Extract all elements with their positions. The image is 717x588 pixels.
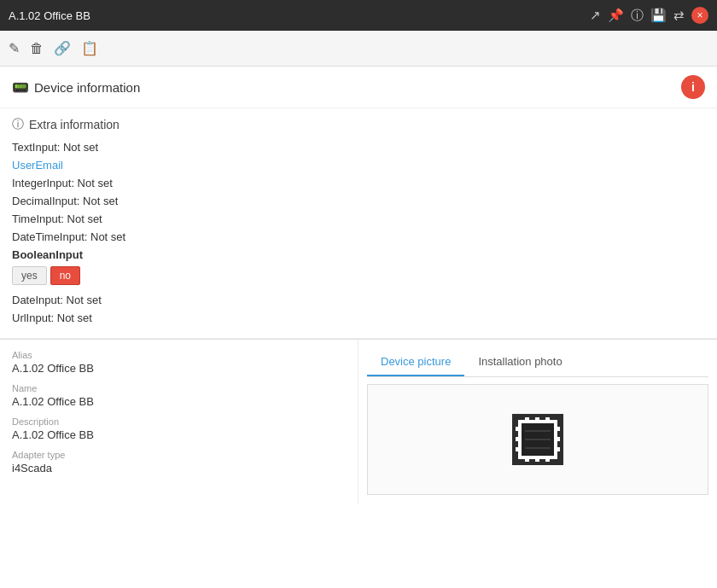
svg-rect-10 (516, 437, 522, 441)
close-button[interactable]: × (691, 7, 708, 24)
boolean-group: yes no (12, 266, 705, 285)
device-picture-area (367, 384, 708, 495)
extra-info-header: ⓘ Extra information (12, 117, 705, 132)
bottom-section: Alias A.1.02 Office BB Name A.1.02 Offic… (0, 339, 717, 504)
pin-icon[interactable]: 📌 (608, 8, 624, 23)
edit-icon[interactable]: ✎ (9, 40, 20, 56)
time-input-field: TimeInput: Not set (12, 212, 705, 225)
integer-input-field: IntegerInput: Not set (12, 177, 705, 189)
boolean-yes-button[interactable]: yes (12, 266, 47, 285)
delete-icon[interactable]: 🗑 (30, 41, 44, 56)
name-value: A.1.02 Office BB (12, 395, 346, 408)
date-input-field: DateInput: Not set (12, 294, 705, 306)
extra-info-icon: ⓘ (12, 117, 24, 132)
alias-label: Alias (12, 350, 346, 360)
svg-rect-11 (516, 447, 522, 451)
toolbar: ✎ 🗑 🔗 📋 (0, 31, 717, 67)
title-bar: A.1.02 Office BB ↗ 📌 ⓘ 💾 ⇄ × (0, 0, 717, 31)
svg-rect-12 (554, 427, 560, 431)
window-title: A.1.02 Office BB (9, 9, 90, 22)
section-header: 📟 Device information i (0, 67, 717, 108)
device-picture-panel: Device picture Installation photo (358, 340, 717, 504)
save-icon[interactable]: 💾 (650, 8, 667, 23)
user-email-field[interactable]: UserEmail (12, 159, 705, 172)
chip-icon (508, 410, 568, 469)
copy-icon[interactable]: 📋 (81, 40, 98, 56)
meta-info-panel: Alias A.1.02 Office BB Name A.1.02 Offic… (0, 340, 358, 504)
datetime-input-field: DateTimeInput: Not set (12, 230, 705, 243)
tab-device-picture[interactable]: Device picture (367, 348, 464, 376)
svg-rect-4 (535, 417, 539, 423)
extra-info-title: Extra information (29, 118, 120, 131)
text-input-field: TextInput: Not set (12, 141, 705, 154)
section-title: Device information (34, 80, 140, 95)
info-circle-icon[interactable]: ⓘ (631, 8, 644, 24)
link-icon[interactable]: 🔗 (54, 40, 71, 56)
svg-rect-14 (554, 447, 560, 451)
name-label: Name (12, 383, 346, 393)
info-badge-button[interactable]: i (681, 75, 705, 99)
svg-rect-5 (545, 417, 550, 423)
svg-rect-8 (545, 456, 550, 462)
sync-icon[interactable]: ⇄ (673, 8, 685, 23)
external-link-icon[interactable]: ↗ (590, 8, 601, 23)
title-bar-icons: ↗ 📌 ⓘ 💾 ⇄ × (590, 7, 708, 24)
boolean-input-label: BooleanInput (12, 248, 705, 261)
main-content: 📟 Device information i ⓘ Extra informati… (0, 67, 717, 588)
boolean-no-button[interactable]: no (50, 266, 80, 285)
svg-rect-3 (525, 417, 529, 423)
extra-info-section: ⓘ Extra information TextInput: Not set U… (0, 108, 717, 339)
url-input-field: UrlInput: Not set (12, 311, 705, 324)
svg-rect-9 (516, 427, 522, 431)
device-info-icon: 📟 (12, 79, 29, 96)
svg-rect-7 (535, 456, 539, 462)
adapter-type-value: i4Scada (12, 462, 346, 474)
decimal-input-field: DecimalInput: Not set (12, 195, 705, 207)
adapter-type-label: Adapter type (12, 450, 346, 460)
svg-rect-13 (554, 437, 560, 441)
tab-installation-photo[interactable]: Installation photo (464, 348, 575, 376)
description-label: Description (12, 416, 346, 427)
section-title-group: 📟 Device information (12, 79, 140, 96)
alias-value: A.1.02 Office BB (12, 362, 346, 375)
picture-tabs: Device picture Installation photo (367, 348, 708, 377)
description-value: A.1.02 Office BB (12, 428, 346, 441)
svg-rect-6 (525, 456, 529, 462)
